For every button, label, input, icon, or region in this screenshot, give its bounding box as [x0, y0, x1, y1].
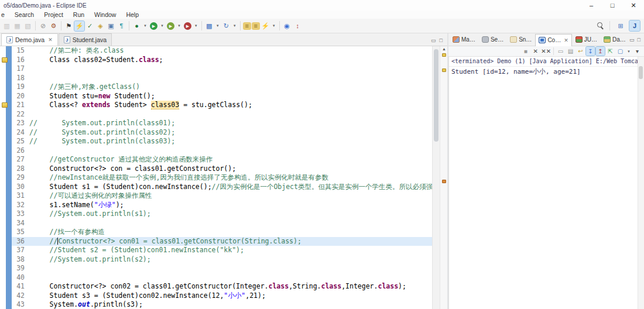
editor-minimize-icon[interactable]: ▭ [431, 37, 436, 43]
line-number[interactable]: 16 [12, 56, 29, 65]
menu-run[interactable]: Run [73, 11, 84, 18]
run-icon-dropdown[interactable]: ▼ [159, 24, 165, 28]
code-line[interactable]: 43 System.out.println(s3); [12, 300, 432, 309]
refresh-icon[interactable]: ↻ [221, 21, 231, 31]
code-line[interactable]: 42 Student s3 = (Student)con02.newInstan… [12, 291, 432, 301]
console-output-area[interactable]: <terminated> Demo (1) [Java Application]… [448, 57, 644, 309]
line-number[interactable]: 22 [12, 110, 29, 119]
tab-datasource[interactable]: Da… [601, 35, 629, 44]
minimize-button[interactable]: – [581, 0, 602, 11]
line-number[interactable]: 23 [12, 119, 29, 128]
open-perspective-icon[interactable]: ⊞ [615, 20, 626, 31]
task-icon[interactable]: ¶ [117, 21, 126, 31]
close-button[interactable]: ✕ [623, 0, 644, 11]
tab-snippets[interactable]: Sn… [507, 35, 535, 44]
line-number[interactable]: 42 [12, 291, 29, 301]
code-line[interactable]: 20 Student stu=new Student(); [12, 92, 432, 101]
tab-markers[interactable]: Ma… [450, 35, 478, 44]
open-type-icon[interactable]: ◈ [95, 21, 105, 31]
code-line[interactable]: 22 [12, 110, 432, 119]
code-area[interactable]: 15 //第二种: 类名.class16 Class class02=Stude… [0, 46, 432, 309]
code-line[interactable]: 27 //getConstructor 通过其他定义的构造函数来操作 [12, 155, 432, 164]
external-tools-icon[interactable]: ⚙ [49, 21, 59, 31]
checkmark-icon[interactable]: ✓ [85, 21, 95, 31]
editor-maximize-icon[interactable]: □ [440, 37, 443, 43]
search-doc-icon[interactable]: ▣ [106, 21, 116, 31]
code-line[interactable]: 33 //System.out.println(s1); [12, 210, 432, 219]
profile-icon-dropdown[interactable]: ▼ [193, 24, 199, 28]
code-line[interactable]: 36 //Constructor<?> con01 = class01.getC… [12, 237, 432, 246]
word-wrap-icon[interactable]: ↩ [576, 47, 585, 56]
line-number[interactable]: 18 [12, 74, 29, 83]
code-line[interactable]: 32 s1.setName("小绿"); [12, 201, 432, 210]
code-line[interactable]: 18 [12, 74, 432, 83]
menu-search[interactable]: Search [15, 11, 34, 18]
tab-close-icon[interactable]: ✕ [564, 37, 568, 43]
line-number[interactable]: 43 [12, 300, 29, 309]
warning-overview-marker[interactable] [442, 53, 446, 57]
line-number[interactable]: 38 [12, 255, 29, 265]
annotations-icon[interactable]: ↕ [293, 21, 303, 31]
remove-all-launches-icon[interactable]: ✕✕ [541, 47, 551, 56]
code-line[interactable]: 16 Class class02=Student.class; [12, 56, 432, 65]
code-line[interactable]: 31 //可以通过实例化的对象操作属性 [12, 191, 432, 201]
pin-console-icon[interactable]: ⇱ [606, 47, 615, 56]
debug-icon[interactable]: ● [132, 21, 142, 31]
code-line[interactable]: 34 [12, 219, 432, 228]
tab-junit[interactable]: JU… [573, 35, 600, 44]
panel-minimize-icon[interactable]: ▭ [629, 37, 635, 43]
debug-flag-icon[interactable]: ⚑ [64, 21, 74, 31]
editor-scrollbar[interactable] [432, 46, 440, 309]
refresh-icon-dropdown[interactable]: ▼ [232, 24, 238, 28]
db-icon[interactable]: ≡ [243, 22, 251, 30]
run-icon[interactable]: ▶ [149, 21, 159, 31]
code-line[interactable]: 25// System.out.println(class03); [12, 137, 432, 146]
scroll-up-icon[interactable]: ▲ [442, 47, 446, 51]
open-console-icon-dropdown[interactable]: ▼ [626, 50, 632, 53]
display-console-icon[interactable]: ▾ [633, 47, 642, 56]
line-number[interactable]: 36 [12, 237, 29, 246]
tab-console[interactable]: Co…✕ [535, 34, 571, 46]
skip-breakpoints-icon[interactable]: ⊘ [38, 21, 48, 31]
coverage-icon[interactable]: ▶ [166, 21, 176, 31]
search-icon[interactable] [597, 22, 604, 29]
code-line[interactable]: 21 Class<? extends Student> class03 = st… [12, 101, 432, 110]
code-line[interactable]: 37 //Student s2 = (Student)con01.newInst… [12, 246, 432, 255]
code-line[interactable]: 38 //System.out.println(s2); [12, 255, 432, 265]
line-number[interactable]: 41 [12, 282, 29, 291]
code-line[interactable]: 26 [12, 146, 432, 156]
line-number[interactable]: 27 [12, 155, 29, 164]
line-number[interactable]: 35 [12, 228, 29, 237]
code-line[interactable]: 29 //newInstance就是获取一个实例,因为我们直接选择了无参构造。所… [12, 173, 432, 183]
lightning2-icon[interactable]: ⚡ [261, 21, 270, 31]
annotation-ruler[interactable] [6, 46, 12, 309]
line-number[interactable]: 40 [12, 273, 29, 283]
warning-overview-marker[interactable] [442, 68, 446, 72]
debug-icon-dropdown[interactable]: ▼ [142, 24, 148, 28]
stderr-lock-icon[interactable]: ↥ [596, 47, 605, 56]
code-line[interactable]: 23// System.out.println(class01); [12, 119, 432, 128]
line-number[interactable]: 29 [12, 173, 29, 183]
maximize-button[interactable]: □ [602, 0, 623, 11]
open-console-icon[interactable]: ▢ [616, 47, 625, 56]
tab-demo-java[interactable]: JDemo.java✕ [1, 33, 58, 46]
line-number[interactable]: 28 [12, 164, 29, 174]
tab-student-java[interactable]: JStudent.java [59, 33, 112, 46]
console-scrollbar[interactable] [638, 57, 644, 309]
line-number[interactable]: 25 [12, 137, 29, 146]
new-java-project-icon[interactable]: ▩ [204, 21, 214, 31]
line-number[interactable]: 34 [12, 219, 29, 228]
overview-ruler[interactable]: ▲ [440, 46, 447, 309]
save-icon[interactable]: ▦ [12, 21, 22, 31]
code-line[interactable]: 35 //找一个有参构造 [12, 228, 432, 237]
code-line[interactable]: 15 //第二种: 类名.class [12, 46, 432, 56]
web-browser-icon[interactable]: ◉ [282, 21, 292, 31]
line-number[interactable]: 30 [12, 183, 29, 192]
menu-partial[interactable]: e [1, 11, 5, 18]
terminate-icon[interactable]: ■ [521, 47, 530, 56]
warning-icon[interactable] [2, 102, 8, 108]
code-line[interactable]: 30 Student s1 = (Student)con.newInstance… [12, 183, 432, 192]
line-number[interactable]: 32 [12, 201, 29, 210]
menu-help[interactable]: Help [126, 11, 139, 18]
save-all-icon[interactable]: ▧ [23, 21, 33, 31]
